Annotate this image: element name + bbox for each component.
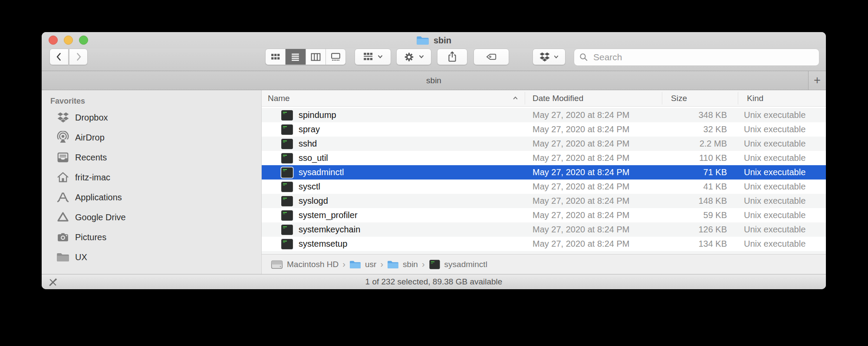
- home-icon: [56, 171, 69, 184]
- chevron-down-icon: [418, 54, 424, 60]
- sidebar-item-airdrop[interactable]: AirDrop: [42, 127, 261, 147]
- sidebar-item-label: Dropbox: [75, 113, 108, 123]
- column-view-icon: [310, 52, 321, 62]
- path-item-macintosh-hd[interactable]: Macintosh HD: [271, 259, 339, 270]
- path-item-sysadminctl[interactable]: sysadminctl: [429, 259, 487, 270]
- unix-executable-icon: [281, 196, 293, 206]
- path-item-sbin[interactable]: sbin: [387, 260, 418, 269]
- file-list-area: Name Date Modified Size Kind spindump Ma…: [262, 90, 826, 274]
- search-input[interactable]: [574, 49, 819, 66]
- sidebar-item-ux[interactable]: UX: [42, 247, 261, 267]
- new-tab-button[interactable]: +: [808, 71, 826, 90]
- close-button[interactable]: [49, 36, 58, 45]
- chevron-right-icon: [73, 51, 84, 62]
- action-button[interactable]: [396, 49, 431, 65]
- sidebar-item-label: Pictures: [75, 232, 106, 242]
- dropbox-icon: [539, 52, 550, 62]
- unix-executable-icon: [281, 110, 293, 121]
- gear-icon: [403, 51, 415, 63]
- grid-view-icon: [270, 52, 281, 62]
- column-header-name[interactable]: Name: [268, 90, 290, 106]
- column-header-kind[interactable]: Kind: [747, 90, 763, 106]
- minimize-button[interactable]: [64, 36, 73, 45]
- sidebar-item-fritz-imac[interactable]: fritz-imac: [42, 167, 261, 187]
- path-item-usr[interactable]: usr: [349, 260, 376, 269]
- sidebar-item-google-drive[interactable]: Google Drive: [42, 207, 261, 227]
- column-header-size[interactable]: Size: [671, 90, 687, 106]
- list-view-button[interactable]: [285, 49, 305, 65]
- window-title-group: sbin: [416, 35, 451, 46]
- status-bar: 1 of 232 selected, 89.38 GB available: [42, 274, 826, 289]
- icon-view-button[interactable]: [266, 49, 285, 65]
- share-button[interactable]: [437, 49, 467, 65]
- sidebar-item-label: fritz-imac: [75, 173, 110, 183]
- finder-window: sbin: [42, 32, 826, 289]
- hard-drive-icon: [271, 259, 283, 270]
- airdrop-icon: [56, 131, 69, 144]
- sidebar-item-pictures[interactable]: Pictures: [42, 227, 261, 247]
- path-separator: ›: [342, 259, 345, 269]
- search-field-wrap: [574, 49, 819, 66]
- sidebar-item-label: Recents: [75, 153, 107, 163]
- forward-button[interactable]: [69, 49, 88, 65]
- toolbar: [42, 49, 826, 71]
- table-row[interactable]: sshd May 27, 2020 at 8:24 PM 2.2 MB Unix…: [262, 137, 826, 151]
- applications-icon: [56, 191, 69, 204]
- unix-executable-icon: [429, 260, 440, 269]
- tab-sbin[interactable]: sbin: [426, 76, 441, 85]
- back-button[interactable]: [49, 49, 69, 65]
- tag-button[interactable]: [473, 49, 509, 65]
- unix-executable-icon: [281, 182, 293, 192]
- group-by-icon: [362, 51, 374, 62]
- chevron-down-icon: [553, 54, 559, 60]
- table-row[interactable]: systemkeychain May 27, 2020 at 8:24 PM 1…: [262, 222, 826, 237]
- table-row-selected[interactable]: sysadminctl May 27, 2020 at 8:24 PM 71 K…: [262, 165, 826, 180]
- unix-executable-icon: [281, 239, 293, 249]
- sidebar-item-label: Applications: [75, 193, 122, 202]
- table-row[interactable]: sso_util May 27, 2020 at 8:24 PM 110 KB …: [262, 151, 826, 165]
- table-row[interactable]: syslogd May 27, 2020 at 8:24 PM 148 KB U…: [262, 194, 826, 208]
- zoom-button[interactable]: [79, 36, 88, 45]
- unix-executable-icon: [281, 225, 293, 235]
- table-row[interactable]: spindump May 27, 2020 at 8:24 PM 348 KB …: [262, 108, 826, 122]
- share-icon: [447, 51, 458, 63]
- pictures-icon: [56, 231, 69, 244]
- unix-executable-icon: [281, 153, 293, 163]
- sidebar-section-favorites: Favorites: [42, 95, 261, 108]
- unix-executable-icon: [281, 139, 293, 149]
- folder-icon: [56, 251, 69, 263]
- sort-ascending-icon: [512, 95, 519, 101]
- status-text: 1 of 232 selected, 89.38 GB available: [42, 274, 826, 289]
- search-icon: [579, 52, 589, 62]
- sidebar-item-applications[interactable]: Applications: [42, 187, 261, 207]
- path-bar: Macintosh HD › usr › sbin: [262, 254, 826, 274]
- group-button[interactable]: [355, 49, 391, 65]
- path-separator: ›: [380, 259, 383, 269]
- dropbox-icon: [57, 112, 69, 123]
- table-row[interactable]: systemsetup May 27, 2020 at 8:24 PM 134 …: [262, 237, 826, 251]
- chevron-down-icon: [377, 54, 383, 60]
- title-bar[interactable]: sbin: [42, 32, 826, 49]
- folder-icon: [387, 260, 399, 269]
- sidebar-item-recents[interactable]: Recents: [42, 147, 261, 167]
- folder-icon: [416, 35, 429, 46]
- sidebar-item-label: Google Drive: [75, 212, 126, 222]
- folder-icon: [349, 260, 361, 269]
- gallery-view-icon: [330, 52, 341, 62]
- sidebar-item-label: AirDrop: [75, 133, 105, 143]
- chevron-left-icon: [54, 51, 64, 62]
- traffic-lights: [49, 36, 88, 45]
- sidebar-item-label: UX: [75, 252, 87, 262]
- column-view-button[interactable]: [306, 49, 326, 65]
- table-row[interactable]: system_profiler May 27, 2020 at 8:24 PM …: [262, 208, 826, 222]
- table-row[interactable]: spray May 27, 2020 at 8:24 PM 32 KB Unix…: [262, 122, 826, 137]
- sidebar: Favorites Dropbox: [42, 90, 262, 274]
- column-header-date-modified[interactable]: Date Modified: [533, 90, 583, 106]
- gallery-view-button[interactable]: [326, 49, 345, 65]
- table-row[interactable]: sysctl May 27, 2020 at 8:24 PM 41 KB Uni…: [262, 180, 826, 194]
- tab-bar: sbin +: [42, 71, 826, 90]
- dropbox-button[interactable]: [533, 49, 566, 65]
- google-drive-icon: [56, 211, 69, 224]
- view-switcher: [265, 49, 346, 65]
- sidebar-item-dropbox[interactable]: Dropbox: [42, 108, 261, 127]
